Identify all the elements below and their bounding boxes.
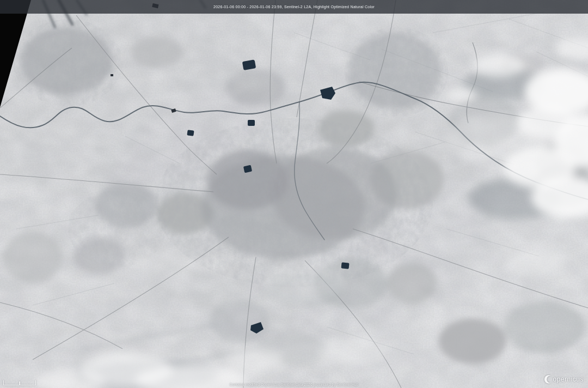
copernicus-wordmark: opernicus [553, 375, 584, 383]
map-viewport[interactable] [0, 0, 588, 388]
satellite-export-view: 2026-01-06 00:00 - 2026-01-06 23:59, Sen… [0, 0, 588, 388]
satellite-art [0, 0, 588, 388]
copernicus-logo: opernicus [544, 374, 584, 384]
caption-bar: 2026-01-06 00:00 - 2026-01-06 23:59, Sen… [0, 0, 588, 14]
attribution-text: Contains modified Copernicus Sentinel da… [0, 383, 588, 386]
caption-text: 2026-01-06 00:00 - 2026-01-06 23:59, Sen… [213, 5, 375, 9]
